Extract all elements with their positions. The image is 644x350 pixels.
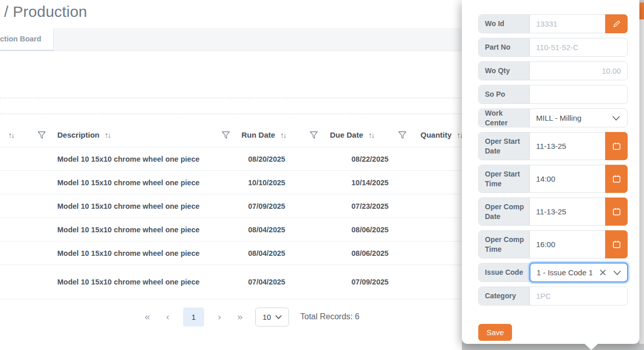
field-label: Oper Start Date bbox=[479, 133, 530, 160]
date-picker-button[interactable] bbox=[605, 132, 628, 160]
cell-due-date: 07/09/2025 bbox=[320, 278, 408, 286]
total-records-label: Total Records: 6 bbox=[300, 312, 360, 321]
issue-code-combobox[interactable] bbox=[529, 262, 628, 282]
column-header-run-date[interactable]: Run Date ↑↓ bbox=[231, 130, 320, 139]
popover-arrow bbox=[585, 344, 598, 350]
dashed-divider-1 bbox=[0, 98, 462, 98]
cell-description: Model 10 15x10 chrome wheel one piece bbox=[57, 249, 231, 257]
filter-icon[interactable] bbox=[221, 131, 230, 139]
table-row[interactable]: Model 10 15x10 chrome wheel one piece 07… bbox=[0, 194, 462, 218]
time-picker-button[interactable] bbox=[605, 165, 628, 193]
cell-due-date: 08/06/2025 bbox=[320, 226, 408, 234]
chevron-down-icon bbox=[612, 116, 620, 121]
pagination: « ‹ 1 › » 10 Total Records: 6 bbox=[0, 307, 462, 327]
calendar-icon bbox=[612, 207, 621, 216]
filter-icon[interactable] bbox=[398, 131, 407, 139]
field-work-center: Work Center MILL - Milling bbox=[478, 108, 628, 127]
cell-description: Model 10 15x10 chrome wheel one piece bbox=[57, 155, 231, 163]
sort-icon[interactable]: ↑↓ bbox=[8, 130, 14, 139]
work-order-edit-popover: Wo Id Part No Wo Qty So Po Work Center M… bbox=[462, 0, 639, 344]
production-page: / Production ction Board ↑↓ Description … bbox=[0, 0, 462, 350]
page-scrollbar[interactable] bbox=[639, 19, 644, 344]
field-label: Wo Qty bbox=[479, 62, 530, 80]
prev-page-button[interactable]: ‹ bbox=[163, 311, 173, 322]
field-label: Wo Id bbox=[479, 15, 530, 33]
tab-label: ction Board bbox=[0, 35, 41, 43]
pencil-icon bbox=[612, 19, 621, 29]
sort-icon[interactable]: ↑↓ bbox=[368, 130, 374, 139]
category-input bbox=[530, 287, 627, 305]
page-size-select[interactable]: 10 bbox=[255, 308, 289, 326]
clear-icon[interactable] bbox=[599, 269, 606, 276]
part-no-input bbox=[530, 38, 627, 56]
field-so-po: So Po bbox=[478, 85, 628, 104]
field-oper-comp-time: Oper Comp Time bbox=[478, 230, 628, 258]
column-header-first[interactable]: ↑↓ bbox=[0, 130, 57, 139]
column-header-description[interactable]: Description ↑↓ bbox=[57, 130, 231, 139]
calendar-icon bbox=[612, 239, 621, 249]
field-issue-code: Issue Code bbox=[478, 263, 628, 282]
cell-description: Model 10 15x10 chrome wheel one piece bbox=[57, 278, 231, 286]
field-label: Issue Code bbox=[479, 264, 530, 281]
table-header-row: ↑↓ Description ↑↓ Run Date ↑↓ Due Date ↑… bbox=[0, 123, 462, 147]
save-button[interactable]: Save bbox=[478, 324, 512, 341]
column-label: Quantity bbox=[420, 130, 452, 139]
field-oper-comp-date: Oper Comp Date bbox=[478, 198, 628, 226]
field-label: Category bbox=[479, 287, 530, 305]
filter-icon[interactable] bbox=[309, 131, 318, 139]
table-row[interactable]: Model 10 15x10 chrome wheel one piece 08… bbox=[0, 147, 462, 171]
cell-due-date: 10/14/2025 bbox=[320, 179, 408, 187]
sort-icon[interactable]: ↑↓ bbox=[457, 130, 462, 139]
cell-due-date: 08/06/2025 bbox=[320, 249, 408, 257]
field-part-no: Part No bbox=[478, 38, 628, 57]
so-po-input[interactable] bbox=[530, 85, 627, 103]
table-row[interactable]: Model 10 15x10 chrome wheel one piece 08… bbox=[0, 218, 462, 242]
dashed-divider-2 bbox=[0, 114, 462, 114]
calendar-icon bbox=[612, 141, 621, 151]
table-row[interactable]: Model 10 15x10 chrome wheel one piece 10… bbox=[0, 171, 462, 194]
tab-production-board[interactable]: ction Board bbox=[0, 28, 54, 51]
current-page-button[interactable]: 1 bbox=[183, 308, 204, 326]
work-center-select[interactable]: MILL - Milling bbox=[530, 109, 627, 127]
filter-icon[interactable] bbox=[37, 131, 46, 139]
field-label: Oper Comp Time bbox=[479, 231, 530, 258]
column-label: Description bbox=[57, 130, 100, 139]
field-wo-qty: Wo Qty bbox=[478, 61, 628, 80]
wo-qty-input bbox=[530, 62, 627, 80]
issue-code-input[interactable] bbox=[537, 268, 592, 277]
table-row[interactable]: Model 10 15x10 chrome wheel one piece 07… bbox=[0, 265, 462, 299]
column-header-due-date[interactable]: Due Date ↑↓ bbox=[320, 130, 408, 139]
last-page-button[interactable]: » bbox=[235, 311, 245, 322]
column-label: Due Date bbox=[330, 130, 363, 139]
time-picker-button[interactable] bbox=[605, 230, 628, 258]
work-orders-table: ↑↓ Description ↑↓ Run Date ↑↓ Due Date ↑… bbox=[0, 123, 462, 299]
work-center-value: MILL - Milling bbox=[536, 114, 582, 122]
field-oper-start-date: Oper Start Date bbox=[478, 132, 628, 160]
cell-description: Model 10 15x10 chrome wheel one piece bbox=[57, 179, 231, 187]
date-picker-button[interactable] bbox=[605, 198, 628, 226]
sort-icon[interactable]: ↑↓ bbox=[280, 130, 286, 139]
next-page-button[interactable]: › bbox=[214, 311, 225, 322]
field-label: Work Center bbox=[479, 109, 530, 127]
first-page-button[interactable]: « bbox=[142, 311, 152, 322]
cell-due-date: 07/23/2025 bbox=[320, 202, 408, 210]
edit-button[interactable] bbox=[605, 14, 628, 33]
cell-run-date: 08/04/2025 bbox=[231, 249, 320, 257]
field-label: Oper Comp Date bbox=[479, 198, 530, 225]
field-wo-id: Wo Id bbox=[478, 14, 628, 33]
cell-description: Model 10 15x10 chrome wheel one piece bbox=[57, 202, 231, 210]
table-row[interactable]: Model 10 15x10 chrome wheel one piece 08… bbox=[0, 242, 462, 265]
sort-icon[interactable]: ↑↓ bbox=[105, 130, 110, 139]
page-size-value: 10 bbox=[262, 313, 271, 321]
chevron-down-icon[interactable] bbox=[613, 270, 621, 275]
field-label: Oper Start Time bbox=[479, 165, 530, 192]
cell-run-date: 07/09/2025 bbox=[231, 202, 320, 210]
column-label: Run Date bbox=[241, 130, 275, 139]
app-viewport: / Production ction Board ↑↓ Description … bbox=[0, 0, 644, 350]
column-header-quantity[interactable]: Quantity ↑↓ bbox=[408, 130, 462, 139]
tab-bar: ction Board bbox=[0, 28, 462, 51]
cell-description: Model 10 15x10 chrome wheel one piece bbox=[57, 226, 231, 234]
field-label: So Po bbox=[479, 85, 530, 103]
cell-due-date: 08/22/2025 bbox=[320, 155, 408, 163]
calendar-icon bbox=[612, 174, 621, 184]
